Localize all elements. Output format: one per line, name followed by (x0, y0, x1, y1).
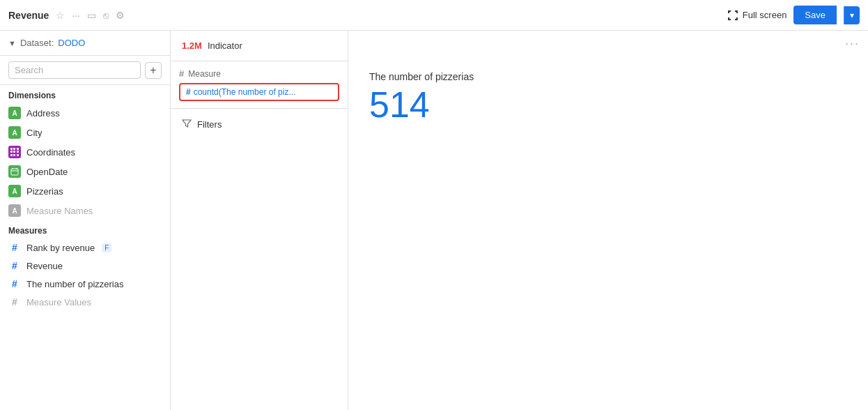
measure-revenue[interactable]: # Revenue (0, 257, 170, 275)
fullscreen-label: Full screen (743, 10, 787, 20)
dataset-row: ▼ Dataset: DODO (0, 31, 170, 56)
f-badge: F (102, 243, 111, 252)
measures-title: Measures (0, 220, 170, 238)
shelf-label-text: Measure (188, 69, 221, 79)
top-bar: Revenue ☆ ··· ▭ ⎋ ⚙ Full screen Save ▾ (0, 0, 868, 31)
filter-icon (182, 119, 192, 130)
viz-subtitle: The number of pizzerias (369, 71, 847, 82)
dataset-chevron-icon[interactable]: ▼ (8, 39, 16, 47)
top-bar-right: Full screen Save ▾ (727, 6, 860, 24)
field-chip-label: countd(The number of piz... (194, 87, 296, 97)
middle-panel: 1.2M Indicator # Measure # countd(The nu… (171, 31, 348, 410)
dimension-measure-names[interactable]: A Measure Names (0, 201, 170, 220)
viz-type-icon: 1.2M (182, 40, 202, 51)
measure-rank-by-revenue[interactable]: # Rank by revenue F (0, 238, 170, 257)
dimension-coordinates[interactable]: Coordinates (0, 142, 170, 162)
left-sidebar: ▼ Dataset: DODO + Dimensions A Address A… (0, 31, 171, 410)
measure-shelf: # Measure # countd(The number of piz... (171, 61, 348, 109)
filters-label: Filters (197, 119, 222, 130)
measure-number-of-pizzerias[interactable]: # The number of pizzerias (0, 275, 170, 293)
dimension-type-icon: A (8, 185, 21, 197)
bookmark-icon[interactable]: ☆ (56, 10, 65, 21)
viz-value: 514 (369, 85, 847, 125)
dimensions-title: Dimensions (0, 85, 170, 103)
dimension-type-icon: A (8, 126, 21, 139)
dimension-city[interactable]: A City (0, 123, 170, 142)
measure-hash-icon: # (8, 296, 21, 308)
canvas-more-icon[interactable]: ··· (845, 36, 860, 51)
more-options-icon[interactable]: ··· (72, 10, 80, 21)
dimension-type-icon (8, 146, 21, 158)
fullscreen-button[interactable]: Full screen (727, 10, 787, 21)
folder-icon[interactable]: ▭ (87, 10, 96, 21)
top-bar-left: Revenue ☆ ··· ▭ ⎋ ⚙ (8, 10, 125, 21)
field-chip-hash-icon: # (186, 87, 191, 97)
viz-type-label: Indicator (208, 40, 242, 51)
measure-hash-icon: # (8, 242, 21, 253)
dimension-opendate[interactable]: OpenDate (0, 162, 170, 181)
svg-rect-0 (11, 169, 18, 175)
canvas-panel: ··· The number of pizzerias 514 (348, 31, 868, 410)
field-chip[interactable]: # countd(The number of piz... (179, 83, 339, 101)
page-title: Revenue (8, 10, 49, 21)
filters-row: Filters (171, 109, 348, 140)
viz-type-row: 1.2M Indicator (171, 31, 348, 61)
search-row: + (0, 56, 170, 85)
settings-icon[interactable]: ⚙ (116, 10, 125, 21)
measure-measure-values[interactable]: # Measure Values (0, 293, 170, 311)
dimension-type-icon: A (8, 107, 21, 119)
save-button[interactable]: Save (793, 6, 837, 24)
dimension-type-icon: A (8, 204, 21, 217)
search-input[interactable] (8, 61, 141, 79)
fullscreen-icon (727, 10, 738, 21)
canvas-content: The number of pizzerias 514 (348, 57, 868, 410)
shelf-hash-icon: # (179, 68, 184, 79)
dimension-address[interactable]: A Address (0, 103, 170, 123)
dimension-pizzerias[interactable]: A Pizzerias (0, 181, 170, 201)
main-layout: ▼ Dataset: DODO + Dimensions A Address A… (0, 31, 868, 410)
measure-hash-icon: # (8, 278, 21, 289)
canvas-toolbar: ··· (348, 31, 868, 57)
save-dropdown-button[interactable]: ▾ (844, 6, 860, 24)
measure-hash-icon: # (8, 260, 21, 271)
add-field-button[interactable]: + (145, 62, 162, 79)
dimension-type-icon (8, 165, 21, 178)
share-icon[interactable]: ⎋ (103, 10, 109, 21)
